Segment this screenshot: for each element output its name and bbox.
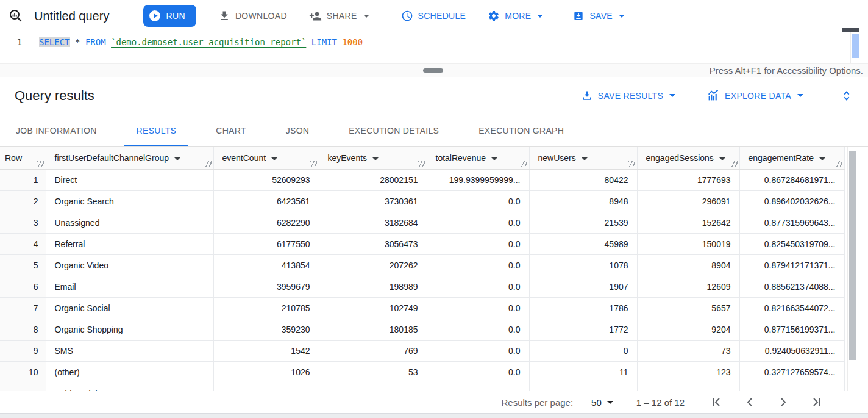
chevron-down-icon xyxy=(669,94,675,97)
cell-firstUserDefaultChannelGroup: Direct xyxy=(46,169,213,190)
next-page-button[interactable] xyxy=(776,395,791,409)
column-menu-caret-icon[interactable] xyxy=(271,157,277,160)
cell-totalRevenue: 0.0 xyxy=(427,190,529,212)
cell-eventCount: 413854 xyxy=(213,254,319,276)
cell-newUsers: 21539 xyxy=(529,212,637,233)
schedule-button[interactable]: SCHEDULE xyxy=(401,10,466,22)
column-resize-grip[interactable] xyxy=(521,161,527,167)
cell-engagementRate: 1.0 xyxy=(739,383,844,391)
previous-page-button[interactable] xyxy=(742,395,757,409)
explore-data-label: EXPLORE DATA xyxy=(725,91,791,101)
tab-execution-details[interactable]: EXECUTION DETAILS xyxy=(336,114,451,146)
column-resize-grip[interactable] xyxy=(836,161,842,167)
share-button[interactable]: SHARE xyxy=(309,10,369,23)
table-row: 7Organic Social2107851027490.0178656570.… xyxy=(0,297,844,319)
column-resize-grip[interactable] xyxy=(37,161,44,167)
accessibility-hint: Press Alt+F1 for Accessibility Options. xyxy=(710,65,863,76)
cell-keyEvents: 3182684 xyxy=(319,212,427,233)
editor-scroll-corner xyxy=(842,28,859,32)
explore-data-button[interactable]: EXPLORE DATA xyxy=(707,89,803,102)
cell-eventCount: 6423561 xyxy=(213,190,319,212)
cell-firstUserDefaultChannelGroup: Organic Video xyxy=(46,254,213,276)
column-menu-caret-icon[interactable] xyxy=(372,157,379,160)
row-number: 5 xyxy=(0,254,46,276)
cell-totalRevenue: 0.0 xyxy=(427,233,529,254)
column-resize-grip[interactable] xyxy=(310,161,317,167)
column-resize-grip[interactable] xyxy=(731,161,738,167)
sql-star: * xyxy=(75,37,80,47)
row-number: 3 xyxy=(0,212,46,233)
save-results-button[interactable]: SAVE RESULTS xyxy=(581,90,675,102)
cell-firstUserDefaultChannelGroup: (other) xyxy=(46,361,213,383)
tab-json[interactable]: JSON xyxy=(274,114,322,146)
cell-engagedSessions: 5657 xyxy=(637,297,739,319)
tab-chart[interactable]: CHART xyxy=(204,114,258,146)
cell-newUsers: 11 xyxy=(529,361,637,383)
expand-panel-button[interactable] xyxy=(840,89,853,103)
cell-eventCount: 6282290 xyxy=(213,212,319,233)
splitter-drag-handle[interactable] xyxy=(423,68,443,73)
tab-job-information[interactable]: JOB INFORMATION xyxy=(4,114,109,146)
column-header-newUsers: newUsers xyxy=(529,147,637,169)
cell-engagementRate: 0.327127659574... xyxy=(739,361,844,383)
results-scrollbar-thumb[interactable] xyxy=(849,151,856,360)
cell-newUsers: 1786 xyxy=(529,297,637,319)
tab-results[interactable]: RESULTS xyxy=(124,114,189,146)
results-scrollbar[interactable] xyxy=(847,147,857,391)
sql-editor[interactable]: 1 SELECT * FROM `demo.demoset.user_acqui… xyxy=(0,32,868,63)
cell-engagementRate: 0.924050632911... xyxy=(739,340,844,361)
tab-execution-graph[interactable]: EXECUTION GRAPH xyxy=(466,114,576,146)
cell-newUsers: 1907 xyxy=(529,276,637,297)
editor-scrollbar-thumb[interactable] xyxy=(852,34,859,58)
page-size-value: 50 xyxy=(591,397,602,408)
query-toolbar: Untitled query RUN DOWNLOAD SHARE SCHEDU… xyxy=(0,0,868,32)
horizontal-scrollbar[interactable] xyxy=(0,413,868,418)
cell-totalRevenue: 0.0 xyxy=(427,361,529,383)
column-menu-caret-icon[interactable] xyxy=(491,157,497,160)
cell-totalRevenue: 199.9399959999... xyxy=(427,169,529,190)
editor-scrollbar[interactable] xyxy=(850,32,859,63)
cell-newUsers: 1078 xyxy=(529,254,637,276)
table-row: 3Unassigned628229031826840.0215391526420… xyxy=(0,212,844,233)
cell-engagedSessions: 123 xyxy=(637,361,739,383)
row-number: 9 xyxy=(0,340,46,361)
cell-firstUserDefaultChannelGroup: Paid Social xyxy=(46,383,213,391)
line-number: 1 xyxy=(0,32,32,63)
save-button[interactable]: SAVE xyxy=(572,10,625,22)
cell-newUsers: 45989 xyxy=(529,233,637,254)
share-button-label: SHARE xyxy=(327,11,357,21)
chevron-down-icon xyxy=(363,15,369,18)
column-resize-grip[interactable] xyxy=(628,161,635,167)
column-menu-caret-icon[interactable] xyxy=(174,157,180,160)
column-menu-caret-icon[interactable] xyxy=(719,157,725,160)
sql-code-line[interactable]: SELECT * FROM `demo.demoset.user_acquisi… xyxy=(32,32,363,63)
cell-engagementRate: 0.896402032626... xyxy=(739,190,844,212)
column-menu-caret-icon[interactable] xyxy=(582,157,588,160)
column-menu-caret-icon[interactable] xyxy=(819,157,825,160)
table-row: 4Referral617755030564730.0459891500190.8… xyxy=(0,233,844,254)
cell-eventCount: 1542 xyxy=(213,340,319,361)
results-table-area: RowfirstUserDefaultChannelGroupeventCoun… xyxy=(0,147,868,391)
cell-eventCount: 1026 xyxy=(213,361,319,383)
last-page-button[interactable] xyxy=(809,395,824,409)
cell-engagedSessions: 19 xyxy=(637,383,739,391)
download-button[interactable]: DOWNLOAD xyxy=(218,10,287,22)
run-button[interactable]: RUN xyxy=(143,5,196,27)
bigquery-query-window: Untitled query RUN DOWNLOAD SHARE SCHEDU… xyxy=(0,0,868,418)
sql-table-reference-link[interactable]: `demo.demoset.user_acquisition_report` xyxy=(111,37,306,47)
save-icon xyxy=(572,10,585,22)
chevron-down-icon xyxy=(607,401,613,404)
column-header-firstUserDefaultChannelGroup: firstUserDefaultChannelGroup xyxy=(46,147,213,169)
column-resize-grip[interactable] xyxy=(205,161,212,167)
more-button[interactable]: MORE xyxy=(488,10,543,22)
schedule-button-label: SCHEDULE xyxy=(418,11,466,21)
column-resize-grip[interactable] xyxy=(418,161,425,167)
cell-engagedSessions: 1777693 xyxy=(637,169,739,190)
cell-newUsers: 0 xyxy=(529,340,637,361)
page-size-select[interactable]: 50 xyxy=(591,397,613,408)
first-page-button[interactable] xyxy=(709,395,724,409)
row-number: 10 xyxy=(0,361,46,383)
column-header-label: engagedSessions xyxy=(646,153,714,163)
cell-totalRevenue: 0.0 xyxy=(427,212,529,233)
cell-engagementRate: 0.879412171371... xyxy=(739,254,844,276)
